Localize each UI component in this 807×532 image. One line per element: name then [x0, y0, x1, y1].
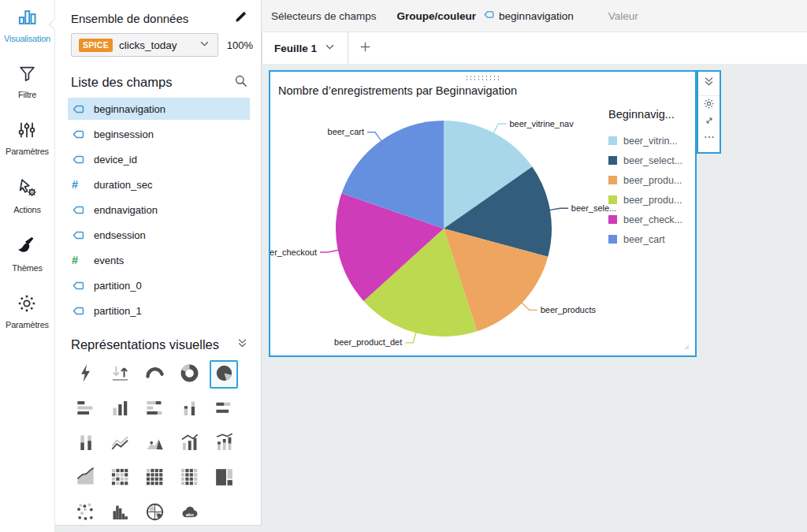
resize-handle[interactable] [683, 344, 694, 354]
visual-type-pivot-table[interactable] [140, 464, 169, 493]
pie-callout-label: beer_cart [328, 127, 364, 136]
rail-item-funnel[interactable]: Filtre [17, 64, 37, 99]
string-field-icon [72, 204, 87, 216]
legend-swatch [608, 156, 617, 165]
add-sheet-button[interactable] [348, 32, 382, 64]
gear-icon [703, 98, 715, 113]
legend-title: Beginnavig... [608, 108, 689, 121]
funnel-icon [17, 64, 37, 87]
legend-item[interactable]: beer_vitrin... [608, 131, 689, 151]
field-list-item[interactable]: partition_1 [68, 299, 250, 322]
legend-item[interactable]: beer_check... [608, 210, 689, 229]
measure-field-icon: # [72, 255, 87, 266]
pie-callout-label: er_checkout [270, 247, 317, 257]
visual-type-gauge[interactable] [140, 360, 169, 389]
rail-item-brush[interactable]: Thèmes [12, 235, 43, 273]
visual-type-area-peak[interactable] [140, 430, 169, 458]
data-panel: Ensemble de données SPICE clicks_today 1… [55, 0, 262, 526]
hbar-chart-icon [75, 397, 96, 422]
field-list-item[interactable]: #duration_sec [68, 173, 250, 195]
callout-line [320, 250, 339, 252]
visual-type-histogram[interactable] [106, 499, 134, 527]
visual-types-grid: abc [55, 352, 261, 532]
edit-dataset-button[interactable] [234, 9, 248, 27]
string-field-icon [72, 128, 87, 140]
menu-button[interactable] [698, 131, 720, 147]
pencil-icon [234, 9, 248, 27]
callout-line [367, 132, 381, 141]
group-color-field-pill[interactable]: beginnavigation [483, 9, 574, 22]
field-list-item[interactable]: beginnavigation [68, 98, 250, 120]
visual-type-line[interactable] [106, 430, 134, 458]
rail-item-gear[interactable]: Paramètres [6, 293, 49, 329]
legend-item[interactable]: beer_cart [608, 229, 689, 249]
heatmap-chart-icon [110, 467, 131, 491]
visual-type-area[interactable] [71, 464, 99, 493]
fields-list: beginnavigationbeginsessiondevice_id#dur… [55, 95, 261, 325]
legend-item[interactable]: beer_produ... [608, 190, 689, 210]
number-field-icon: # [72, 179, 87, 191]
string-field-icon [72, 305, 87, 317]
combo-bar-line-chart-icon [179, 432, 200, 456]
visual-type-pie[interactable] [210, 360, 238, 389]
pie-callout-label: beer_products [541, 305, 597, 314]
field-list-item[interactable]: endsession [68, 224, 250, 246]
legend-item[interactable]: beer_produ... [608, 170, 689, 190]
field-list-item[interactable]: #events [68, 249, 250, 271]
pie-callout-label: beer_vitrine_nav [509, 119, 574, 128]
expand-button[interactable] [698, 115, 720, 129]
pie-chart-visual[interactable]: Nombre d’enregistrements par Beginnaviga… [269, 70, 697, 357]
pie-callout-label: beer_product_det [334, 337, 402, 347]
area-chart-icon [75, 467, 96, 491]
rail-item-bar-chart[interactable]: Visualisation [4, 6, 50, 43]
visual-type-hbar2[interactable] [210, 395, 238, 423]
field-list-item[interactable]: device_id [68, 148, 250, 170]
gear-button[interactable] [698, 98, 720, 113]
visual-type-flash[interactable] [71, 360, 99, 389]
brush-icon [16, 235, 38, 260]
visual-type-scatter[interactable] [71, 499, 99, 527]
visual-type-hbar[interactable] [71, 395, 99, 423]
visual-type-table[interactable] [175, 464, 203, 493]
visual-type-kpi[interactable] [106, 360, 134, 389]
visual-type-combo-bar-line[interactable] [175, 430, 203, 458]
visual-type-combo-stacked-line[interactable] [210, 430, 238, 458]
collapse-visuals-button[interactable] [236, 337, 248, 352]
visual-type-word-cloud[interactable]: abc [175, 499, 203, 527]
callout-line [405, 332, 416, 343]
field-list-item[interactable]: endnavigation [68, 199, 250, 221]
legend-swatch [608, 176, 617, 184]
hbar2-chart-icon [214, 397, 235, 422]
vbar-stacked-chart-icon [179, 397, 200, 422]
rail-item-sliders[interactable]: Paramètres [6, 120, 49, 156]
search-fields-button[interactable] [233, 73, 248, 91]
visual-type-heatmap[interactable] [106, 464, 134, 493]
visual-type-vbar-stacked[interactable] [175, 395, 203, 423]
sliders-icon [17, 120, 37, 143]
visual-type-waterfall[interactable] [71, 430, 99, 458]
spice-badge: SPICE [79, 39, 113, 52]
rail-item-cursor-gear[interactable]: Actions [13, 177, 41, 214]
legend-item[interactable]: beer_select... [608, 151, 689, 170]
double-chevron-down-icon [236, 337, 248, 352]
visual-type-hbar-stacked[interactable] [140, 395, 169, 423]
treemap-chart-icon [214, 467, 235, 491]
collapse-button[interactable] [698, 76, 720, 96]
visual-type-vbar[interactable] [106, 395, 134, 423]
string-field-icon [72, 280, 87, 292]
dataset-select[interactable]: SPICE clicks_today [71, 33, 218, 57]
visual-type-treemap[interactable] [210, 464, 238, 493]
field-list-item[interactable]: partition_0 [68, 274, 250, 296]
visual-type-map[interactable] [140, 499, 169, 527]
dataset-section-title: Ensemble de données [71, 12, 188, 25]
gauge-chart-icon [144, 363, 165, 387]
kpi-chart-icon [110, 363, 131, 387]
left-rail: VisualisationFiltreParamètresActionsThèm… [0, 0, 55, 532]
string-field-icon [72, 154, 87, 166]
value-well[interactable]: Valeur [608, 10, 638, 22]
gear-icon [17, 293, 37, 317]
sheet-tab[interactable]: Feuille 1 [262, 32, 348, 64]
visual-type-donut[interactable] [175, 360, 203, 389]
field-list-item[interactable]: beginsession [68, 123, 250, 145]
hbar-stacked-chart-icon [144, 397, 165, 422]
